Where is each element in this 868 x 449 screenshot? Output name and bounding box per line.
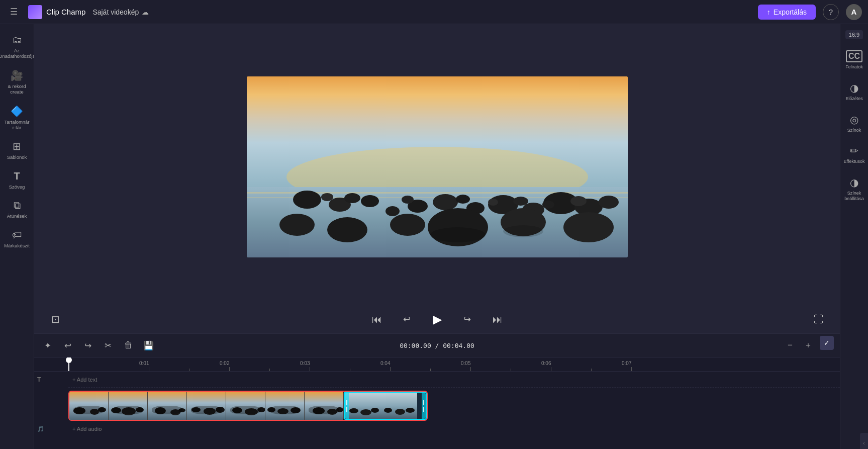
topbar-right: ↑ Exportálás ? A	[758, 4, 862, 20]
captions-icon: CC	[846, 50, 862, 62]
menu-button[interactable]: ☰	[6, 5, 21, 20]
sidebar-item-transitions[interactable]: ⧉ Átünések	[2, 196, 32, 223]
svg-point-61	[336, 407, 343, 412]
export-button[interactable]: ↑ Exportálás	[758, 5, 816, 20]
sidebar-item-brand[interactable]: 🏷 Márkakészit	[2, 225, 32, 252]
delete-button[interactable]: 🗑	[121, 338, 136, 353]
center-area: ⊡ ⏮ ↩ ▶ ↪ ⏭ ⛶ ✦ ↩ ↪ ✂ 🗑 💾 00:00.00 / 00:…	[34, 24, 840, 449]
sidebar-item-record[interactable]: 🎥 & rekordcreate	[2, 65, 32, 99]
svg-point-39	[111, 407, 121, 413]
svg-rect-42	[148, 392, 187, 420]
clip-frame	[109, 392, 148, 420]
right-sidebar-label: Előzétes	[845, 96, 863, 102]
right-sidebar-item-captions[interactable]: CC Feliratok	[841, 46, 867, 74]
video-controls: ⊡ ⏮ ↩ ▶ ↪ ⏭ ⛶	[34, 305, 840, 333]
audio-track-label: 🎵	[37, 426, 44, 432]
timeline-content: 0:01 0:02 0:03 0:04	[34, 357, 840, 449]
sidebar-item-text[interactable]: T Szöveg	[2, 166, 32, 194]
sidebar-item-media[interactable]: 🗂 Az Önadathordozója	[2, 30, 32, 63]
tick-label: 0:07	[622, 361, 631, 366]
aspect-ratio-selector[interactable]: 16:9	[845, 30, 863, 39]
svg-point-20	[402, 196, 414, 204]
content-icon: 🔷	[11, 105, 23, 117]
svg-point-28	[390, 214, 425, 236]
add-text-button[interactable]: + Add text	[68, 375, 101, 385]
svg-rect-54	[265, 392, 305, 420]
svg-point-57	[291, 407, 301, 413]
right-sidebar-label: Feliratok	[845, 64, 863, 70]
screen-button[interactable]: ⊡	[46, 310, 64, 328]
app-logo-icon	[28, 5, 42, 19]
ruler-tick: 0:06	[551, 367, 551, 371]
ruler-tick: 0:05	[470, 367, 471, 371]
clip-handle-right[interactable]	[422, 393, 426, 419]
right-sidebar-item-color-settings[interactable]: ◑ Színek beállítása	[841, 172, 867, 206]
svg-point-11	[433, 194, 458, 210]
clip-frame	[148, 392, 187, 420]
sidebar-item-label: Sablonok	[7, 154, 27, 160]
zoom-out-button[interactable]: −	[783, 338, 798, 353]
svg-point-55	[267, 407, 275, 412]
sidebar-item-label: Az Önadathordozója	[0, 48, 35, 59]
svg-point-30	[563, 212, 614, 242]
svg-point-32	[430, 227, 486, 242]
svg-point-33	[503, 225, 543, 237]
topbar-left: ☰ Clip Champ Saját videokép ☁	[6, 5, 149, 20]
svg-point-67	[384, 408, 392, 413]
svg-point-63	[349, 408, 358, 413]
record-icon: 🎥	[11, 69, 23, 81]
forward-button[interactable]: ↪	[458, 310, 476, 328]
next-button[interactable]: ⏭	[489, 310, 507, 328]
undo-button[interactable]: ↩	[60, 338, 75, 353]
zoom-in-button[interactable]: +	[801, 338, 816, 353]
sidebar-item-label: Átünések	[7, 213, 27, 219]
cut-button[interactable]: ✂	[101, 338, 116, 353]
ruler-tick-minor	[511, 369, 511, 371]
timeline-ruler: 0:01 0:02 0:03 0:04	[34, 357, 840, 372]
rewind-button[interactable]: ↩	[398, 310, 416, 328]
video-clip-selected[interactable]	[344, 392, 427, 420]
sparkle-button[interactable]: ✦	[40, 338, 55, 353]
play-button[interactable]: ▶	[428, 310, 446, 328]
save-frame-button[interactable]: 💾	[141, 338, 156, 353]
transitions-icon: ⧉	[14, 200, 21, 211]
avatar[interactable]: A	[846, 4, 862, 20]
svg-point-69	[406, 408, 415, 413]
svg-point-45	[178, 408, 185, 412]
clip-handle-left[interactable]	[345, 393, 349, 419]
sidebar-item-content[interactable]: 🔷 Tartalomnárr-tár	[2, 101, 32, 135]
ruler-tick-minor	[269, 369, 270, 371]
add-audio-button[interactable]: + Add audio	[68, 424, 106, 434]
brand-icon: 🏷	[12, 229, 22, 241]
right-sidebar-item-filters[interactable]: ◑ Előzétes	[841, 78, 867, 106]
timeline-playhead[interactable]	[68, 357, 69, 371]
tick-label: 0:03	[300, 361, 310, 366]
prev-button[interactable]: ⏮	[368, 310, 386, 328]
checkmark-button[interactable]: ✓	[820, 336, 834, 350]
svg-point-59	[313, 407, 325, 414]
svg-point-9	[385, 206, 400, 216]
ruler-tick: 0:07	[631, 367, 632, 371]
svg-rect-50	[226, 392, 265, 420]
svg-point-37	[98, 407, 106, 412]
fullscreen-button[interactable]: ⛶	[810, 310, 828, 328]
svg-point-19	[344, 193, 360, 203]
svg-point-52	[245, 408, 258, 415]
playhead-head	[66, 357, 72, 363]
text-track-label: T	[37, 376, 41, 383]
collapse-button[interactable]: ‹	[860, 433, 868, 449]
video-name[interactable]: Saját videokép ☁	[92, 8, 149, 16]
video-clip-main[interactable]	[69, 392, 344, 420]
right-sidebar-label: Effektusok	[844, 159, 865, 164]
svg-point-49	[216, 407, 225, 413]
sidebar-item-templates[interactable]: ⊞ Sablonok	[2, 136, 32, 164]
upload-icon: ↑	[767, 8, 770, 16]
svg-point-47	[191, 407, 201, 412]
right-sidebar-item-effects[interactable]: ✏ Effektusok	[841, 141, 867, 168]
svg-point-8	[361, 195, 379, 207]
ruler-tick: 0:02	[229, 367, 230, 371]
svg-rect-46	[187, 392, 226, 420]
help-button[interactable]: ?	[823, 4, 839, 20]
redo-button[interactable]: ↪	[80, 338, 95, 353]
right-sidebar-item-colors[interactable]: ◎ Színök	[841, 110, 867, 137]
